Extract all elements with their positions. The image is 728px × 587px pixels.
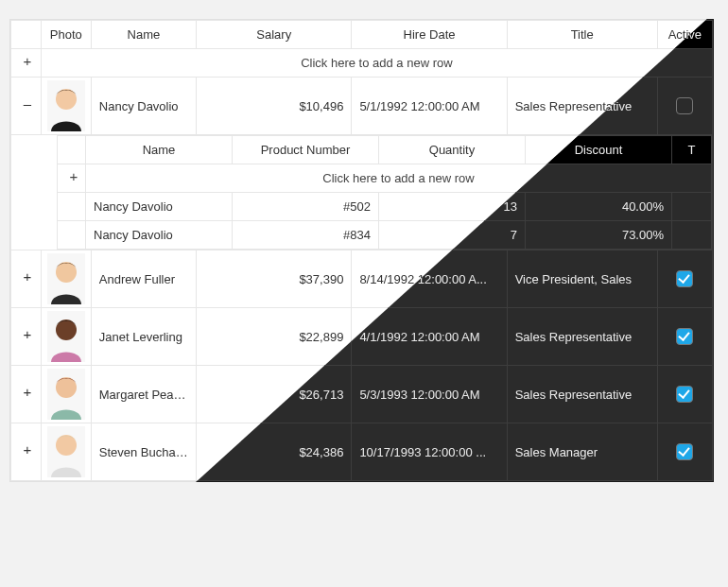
avatar (47, 426, 85, 477)
avatar (47, 80, 85, 131)
detail-product: #834 (233, 221, 379, 250)
detail-name: Nancy Davolio (86, 221, 233, 250)
employee-salary: $10,496 (197, 78, 352, 135)
employee-title: Vice President, Sales (507, 250, 657, 308)
expand-icon[interactable] (19, 386, 36, 403)
expand-icon[interactable] (19, 270, 36, 287)
employee-salary: $37,390 (197, 250, 352, 308)
title-header[interactable]: Title (507, 21, 657, 49)
detail-expand-header (58, 136, 86, 164)
employee-hiredate: 5/3/1993 12:00:00 AM (352, 366, 507, 423)
add-row-plus-icon[interactable] (65, 170, 82, 187)
add-row-plus-icon[interactable] (19, 55, 36, 72)
employee-name: Andrew Fuller (91, 250, 196, 308)
employee-name: Nancy Davolio (91, 78, 196, 135)
active-checkbox[interactable] (676, 328, 693, 345)
header-row: Photo Name Salary Hire Date Title Active (11, 21, 713, 49)
detail-name-header[interactable]: Name (86, 136, 233, 164)
title-header-label: Title (571, 27, 594, 42)
hiredate-header[interactable]: Hire Date (352, 21, 507, 49)
employee-name: Margaret Peac... (91, 366, 196, 423)
active-checkbox[interactable] (676, 97, 693, 114)
employee-title: Sales Representative (507, 308, 657, 366)
avatar (47, 311, 85, 362)
add-row[interactable]: Click here to add a new row (11, 49, 713, 78)
name-header[interactable]: Name (91, 21, 196, 49)
detail-quantity-header[interactable]: Quantity (379, 136, 526, 164)
employee-name: Janet Leverling (91, 308, 196, 366)
employee-hiredate: 10/17/1993 12:00:00 ... (352, 423, 507, 481)
active-checkbox[interactable] (676, 443, 693, 460)
expand-icon[interactable] (19, 443, 36, 460)
expand-icon[interactable] (19, 328, 36, 345)
detail-truncated-header[interactable]: T (672, 136, 712, 164)
employee-salary: $22,899 (197, 308, 352, 366)
employee-name: Steven Buchan... (91, 423, 196, 481)
detail-product-header[interactable]: Product Number (233, 136, 379, 164)
salary-header[interactable]: Salary (197, 21, 352, 49)
name-header-label: Name (128, 27, 161, 42)
active-checkbox[interactable] (676, 386, 693, 403)
expand-column-header (11, 21, 42, 49)
employee-title: Sales Manager (507, 423, 657, 481)
detail-name: Nancy Davolio (86, 193, 233, 221)
add-row-text[interactable]: Click here to add a new row (41, 49, 712, 78)
detail-discount: 73.00% (526, 221, 672, 250)
employee-hiredate: 5/1/1992 12:00:00 AM (352, 78, 507, 135)
photo-header[interactable]: Photo (41, 21, 91, 49)
employee-title: Sales Representative (507, 366, 657, 423)
salary-header-label: Salary (256, 27, 291, 42)
active-checkbox[interactable] (676, 270, 693, 287)
avatar (47, 253, 85, 304)
photo-header-label: Photo (50, 27, 82, 42)
collapse-icon[interactable] (19, 97, 36, 114)
detail-discount: 40.00% (526, 193, 672, 221)
hiredate-header-label: Hire Date (404, 27, 456, 42)
avatar (47, 369, 85, 420)
detail-product: #502 (233, 193, 379, 221)
